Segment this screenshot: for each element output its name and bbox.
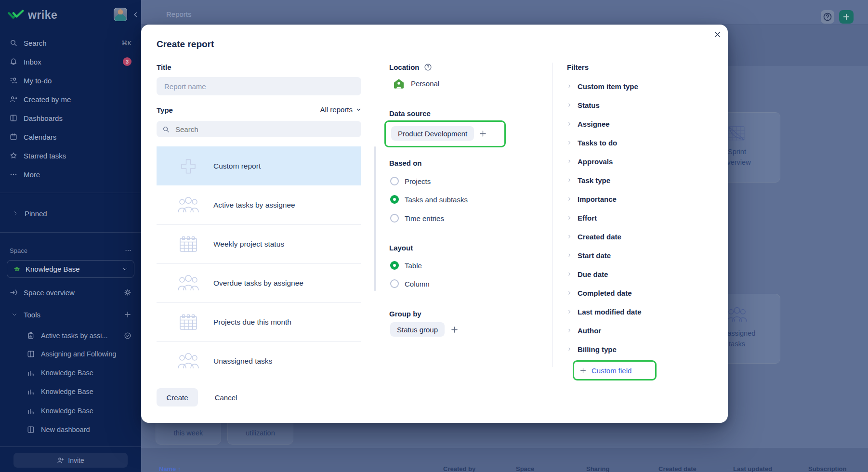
data-source-label: Data source: [389, 109, 431, 118]
filter-start-date[interactable]: Start date: [567, 248, 611, 262]
filter-last-modified-date[interactable]: Last modified date: [567, 304, 642, 319]
report-type-list-scrollbar[interactable]: [374, 146, 376, 291]
filter-author[interactable]: Author: [567, 323, 601, 338]
filter-effort[interactable]: Effort: [567, 210, 597, 225]
type-search-input[interactable]: [174, 125, 355, 134]
tool-item-knowledge-base-1[interactable]: Knowledge Base: [0, 364, 141, 382]
filter-tasks-to-do[interactable]: Tasks to do: [567, 135, 617, 150]
sidebar-item-inbox[interactable]: Inbox 3: [0, 52, 141, 71]
add-custom-field-button[interactable]: Custom field: [579, 364, 631, 377]
close-icon[interactable]: [713, 30, 722, 39]
star-icon: [10, 152, 17, 159]
group-by-row: Status group: [390, 322, 459, 337]
filter-custom-item-type[interactable]: Custom item type: [567, 79, 638, 93]
sidebar-item-calendars[interactable]: Calendars: [0, 128, 141, 146]
report-type-overdue-tasks-by-assignee[interactable]: Overdue tasks by assignee: [157, 263, 361, 302]
space-selector[interactable]: Knowledge Base: [7, 260, 134, 278]
filter-due-date[interactable]: Due date: [567, 267, 608, 281]
data-source-chip[interactable]: Product Development: [391, 126, 474, 141]
cancel-button[interactable]: Cancel: [207, 388, 245, 406]
report-type-unassigned-tasks[interactable]: Unassigned tasks: [157, 341, 361, 380]
help-circle-icon[interactable]: [424, 63, 432, 71]
bell-icon: [10, 58, 17, 66]
filter-status[interactable]: Status: [567, 98, 600, 112]
location-value-row[interactable]: Personal: [393, 77, 439, 90]
sidebar-item-search[interactable]: Search ⌘K: [0, 34, 141, 52]
table-header-sharing[interactable]: Sharing: [586, 465, 609, 472]
table-header-name[interactable]: Name ↑: [159, 465, 181, 472]
sidebar-divider: [0, 193, 141, 193]
dashboard-icon: [10, 114, 17, 122]
chevron-right-icon: [567, 328, 572, 333]
report-type-custom-report[interactable]: Custom report: [157, 146, 361, 185]
sidebar-item-my-todo[interactable]: My to-do: [0, 71, 141, 90]
report-card-title: utilization: [228, 428, 293, 438]
table-header-last-updated[interactable]: Last updated: [733, 465, 772, 472]
report-type-active-tasks-by-assignee[interactable]: Active tasks by assignee: [157, 185, 361, 224]
type-label: Type: [157, 106, 173, 114]
add-data-source-icon[interactable]: [479, 130, 487, 138]
filter-importance[interactable]: Importance: [567, 192, 617, 206]
table-header-space[interactable]: Space: [516, 465, 534, 472]
sidebar-item-space-overview[interactable]: Space overview: [0, 283, 141, 302]
search-icon: [162, 126, 170, 133]
wrike-logo-icon: [8, 9, 24, 21]
filter-approvals[interactable]: Approvals: [567, 154, 613, 169]
tool-item-new-dashboard[interactable]: New dashboard: [0, 420, 141, 439]
person-arrow-icon: [10, 95, 17, 103]
space-options-icon[interactable]: [125, 247, 132, 254]
tool-item-active-tasks[interactable]: Active tasks by assi...: [0, 327, 141, 345]
help-button[interactable]: [821, 10, 834, 24]
bar-chart-icon: [27, 388, 35, 395]
radio-icon: [390, 177, 399, 185]
tool-item-knowledge-base-3[interactable]: Knowledge Base: [0, 402, 141, 420]
sidebar-item-dashboards[interactable]: Dashboards: [0, 109, 141, 127]
group-by-chip[interactable]: Status group: [390, 322, 445, 337]
sidebar-section-pinned[interactable]: Pinned: [0, 204, 141, 223]
add-tool-icon[interactable]: [124, 311, 132, 318]
create-button[interactable]: Create: [157, 388, 198, 406]
sidebar-item-created-by-me[interactable]: Created by me: [0, 90, 141, 108]
filter-billing-type[interactable]: Billing type: [567, 342, 617, 356]
location-value: Personal: [411, 79, 439, 88]
type-filter-dropdown[interactable]: All reports: [305, 105, 361, 114]
report-type-weekly-project-status[interactable]: Weekly project status: [157, 224, 361, 263]
radio-column[interactable]: Column: [390, 276, 430, 291]
create-report-modal: Create report Title Type All reports Cus…: [141, 25, 728, 423]
tool-item-knowledge-base-2[interactable]: Knowledge Base: [0, 382, 141, 401]
sidebar-divider: [0, 446, 141, 447]
sidebar-section-tools[interactable]: Tools: [0, 305, 141, 324]
dashboard-icon: [27, 350, 35, 358]
radio-time-entries[interactable]: Time entries: [390, 211, 444, 225]
create-new-button[interactable]: [839, 10, 854, 24]
bar-chart-icon: [27, 369, 35, 377]
gear-icon[interactable]: [124, 288, 132, 296]
table-header-created-date[interactable]: Created date: [658, 465, 697, 472]
report-type-projects-due-this-month[interactable]: Projects due this month: [157, 302, 361, 341]
radio-table[interactable]: Table: [390, 258, 422, 273]
add-group-by-icon[interactable]: [450, 326, 459, 334]
tool-item-assigning-following[interactable]: Assigning and Following: [0, 345, 141, 363]
calendar-grid-icon: [175, 311, 202, 333]
search-icon: [10, 39, 17, 47]
radio-tasks-and-subtasks[interactable]: Tasks and subtasks: [390, 192, 468, 207]
avatar[interactable]: [114, 8, 127, 21]
sidebar-item-starred-tasks[interactable]: Starred tasks: [0, 146, 141, 165]
chevron-right-icon: [567, 215, 572, 220]
background-topbar: [141, 0, 868, 25]
invite-button[interactable]: Invite: [13, 453, 128, 468]
filter-created-date[interactable]: Created date: [567, 229, 621, 244]
radio-projects[interactable]: Projects: [390, 174, 431, 188]
table-header-subscription[interactable]: Subscription: [808, 465, 846, 472]
column-divider: [552, 63, 553, 367]
filter-completed-date[interactable]: Completed date: [567, 286, 632, 300]
filter-task-type[interactable]: Task type: [567, 173, 610, 187]
sidebar-item-more[interactable]: More: [0, 165, 141, 184]
filter-assignee[interactable]: Assignee: [567, 117, 610, 131]
report-name-input[interactable]: [157, 77, 361, 95]
wrike-logo[interactable]: wrike: [8, 9, 57, 22]
location-label: Location: [389, 63, 420, 71]
collapse-sidebar-icon[interactable]: [132, 11, 139, 18]
calendar-icon: [10, 133, 17, 141]
table-header-created-by[interactable]: Created by: [443, 465, 475, 472]
